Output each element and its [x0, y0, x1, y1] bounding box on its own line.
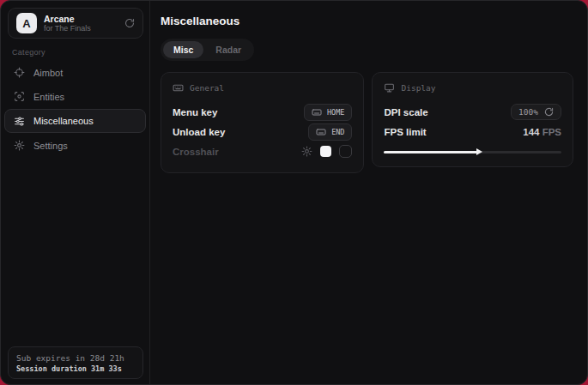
sync-icon[interactable] [124, 18, 135, 28]
sidebar-item-label: Miscellaneous [33, 116, 94, 126]
dpi-scale-label: DPI scale [384, 107, 427, 117]
fps-unit: FPS [543, 127, 561, 137]
tab-bar: Misc Radar [161, 39, 254, 61]
general-card-title: General [190, 83, 224, 93]
sidebar-item-label: Settings [33, 141, 68, 151]
crosshair-row: Crosshair [173, 141, 352, 161]
subscription-card: Sub expires in 28d 21h Session duration … [8, 346, 143, 379]
brand-card: A Arcane for The Finals [8, 8, 143, 39]
crosshair-checkbox[interactable] [339, 145, 352, 158]
unload-key-label: Unload key [173, 127, 225, 137]
sub-expiry-text: Sub expires in 28d 21h [16, 353, 135, 363]
fps-slider-fill [384, 151, 477, 153]
menu-key-bind-button[interactable]: HOME [304, 104, 352, 121]
unload-key-bind-button[interactable]: END [308, 123, 352, 141]
unload-key-row: Unload key END [173, 122, 352, 141]
keyboard-icon [312, 107, 322, 117]
keyboard-icon [173, 82, 184, 93]
display-card-title: Display [401, 83, 435, 93]
main-content: Miscellaneous Misc Radar General Menu ke… [151, 1, 587, 384]
entities-icon [14, 91, 25, 102]
crosshair-color-swatch[interactable] [320, 146, 331, 157]
category-label: Category [12, 48, 45, 57]
brand-subtitle: for The Finals [44, 24, 118, 33]
sidebar-item-label: Aimbot [33, 68, 63, 78]
brand-title: Arcane [44, 14, 118, 24]
display-card: Display DPI scale 100% FPS limit [372, 72, 573, 167]
menu-key-value: HOME [327, 108, 344, 117]
tab-radar[interactable]: Radar [205, 41, 252, 58]
app-window: A Arcane for The Finals Category Aimbot [0, 0, 588, 385]
dpi-scale-value: 100% [518, 107, 538, 117]
fps-limit-row: FPS limit 144 FPS [384, 122, 561, 141]
sidebar-item-settings[interactable]: Settings [4, 134, 146, 157]
sidebar-item-miscellaneous[interactable]: Miscellaneous [4, 109, 146, 133]
dpi-scale-row: DPI scale 100% [384, 102, 561, 122]
page-title: Miscellaneous [161, 15, 573, 27]
fps-limit-slider[interactable] [384, 148, 561, 155]
brand-logo: A [16, 13, 37, 33]
tab-misc[interactable]: Misc [163, 41, 203, 58]
session-duration-text: Session duration 31m 33s [16, 364, 135, 373]
sliders-icon [14, 116, 25, 127]
crosshair-controls [301, 145, 352, 158]
general-card: General Menu key HOME Unload key [161, 72, 364, 173]
refresh-icon[interactable] [544, 107, 554, 117]
menu-key-label: Menu key [173, 107, 217, 117]
monitor-icon [384, 82, 395, 93]
crosshair-settings-gear-icon[interactable] [301, 146, 312, 157]
crosshair-label: Crosshair [173, 147, 219, 157]
fps-slider-thumb[interactable] [476, 148, 482, 155]
fps-limit-value: 144 FPS [523, 127, 561, 137]
keyboard-icon [316, 127, 326, 137]
menu-key-row: Menu key HOME [173, 102, 352, 122]
sidebar-item-label: Entities [33, 92, 64, 102]
cards-row: General Menu key HOME Unload key [161, 72, 573, 173]
general-card-header: General [173, 82, 352, 93]
sidebar: A Arcane for The Finals Category Aimbot [1, 1, 150, 384]
gear-icon [14, 140, 25, 151]
unload-key-value: END [331, 128, 344, 136]
sidebar-item-entities[interactable]: Entities [4, 85, 146, 108]
brand-text: Arcane for The Finals [44, 14, 118, 33]
fps-limit-label: FPS limit [384, 127, 426, 137]
display-card-header: Display [384, 82, 561, 93]
sidebar-item-aimbot[interactable]: Aimbot [4, 61, 146, 84]
dpi-scale-control[interactable]: 100% [511, 104, 561, 120]
fps-number: 144 [523, 127, 539, 137]
crosshair-icon [14, 67, 25, 78]
sidebar-nav: Aimbot Entities Miscellaneous [4, 61, 146, 158]
